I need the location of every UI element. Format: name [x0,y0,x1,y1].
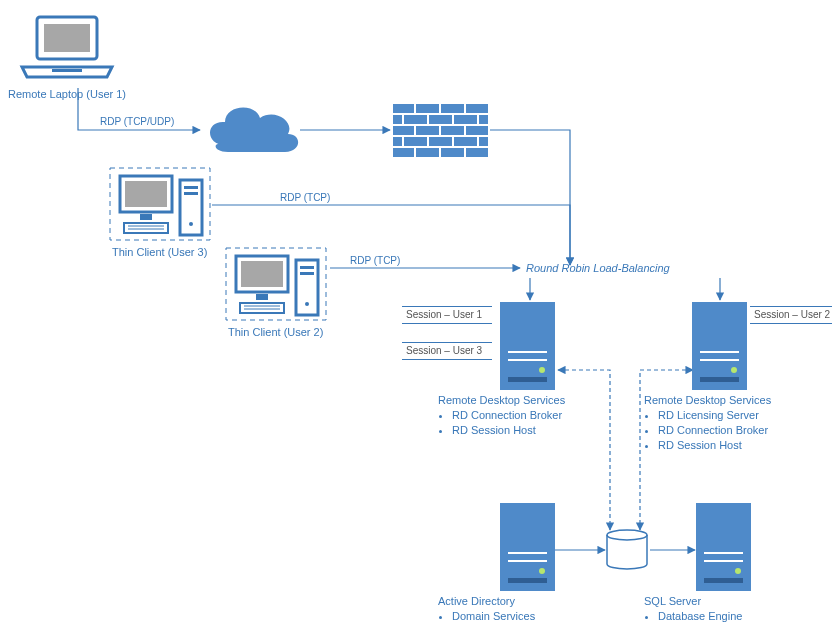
svg-rect-63 [508,578,547,583]
svg-rect-29 [125,181,167,207]
rds-left-item: RD Connection Broker [452,408,618,423]
diagram-canvas: Remote Laptop (User 1) Thin Client (User… [0,0,832,633]
edge-rdp-tcpudp: RDP (TCP/UDP) [100,116,174,127]
sql-title: SQL Server [644,595,824,607]
server-sql-icon [696,503,751,591]
rds-left-list: RD Connection Broker RD Session Host [438,408,618,438]
session-user1: Session – User 1 [402,306,492,324]
cloud-icon [210,107,298,152]
rds-right-item: RD Session Host [658,438,824,453]
svg-rect-58 [700,377,739,382]
svg-point-67 [735,568,741,574]
svg-rect-1 [44,24,90,52]
svg-rect-47 [300,272,314,275]
server-ad-icon [500,503,555,591]
edge-rdp-tcp-b: RDP (TCP) [350,255,400,266]
thin-client-2-icon [226,248,326,320]
svg-point-69 [607,530,647,540]
server-rds-left-icon [500,302,555,390]
svg-rect-41 [256,294,268,300]
svg-rect-49 [500,302,555,390]
svg-rect-68 [704,578,743,583]
svg-rect-53 [508,377,547,382]
laptop-label: Remote Laptop (User 1) [8,88,126,100]
sql-block: SQL Server Database Engine [644,595,824,624]
ad-title: Active Directory [438,595,618,607]
laptop-icon [22,17,112,77]
svg-rect-35 [184,186,198,189]
rds-right-item: RD Licensing Server [658,408,824,423]
svg-rect-2 [52,69,82,72]
svg-point-57 [731,367,737,373]
svg-rect-42 [240,303,284,313]
ad-block: Active Directory Domain Services [438,595,618,624]
svg-rect-59 [500,503,555,591]
server-rds-right-icon [692,302,747,390]
svg-rect-46 [300,266,314,269]
thin2-label: Thin Client (User 2) [228,326,323,338]
ad-list: Domain Services [438,609,618,624]
rds-right-item: RD Connection Broker [658,423,824,438]
firewall-icon [393,103,488,158]
svg-rect-40 [241,261,283,287]
ad-item: Domain Services [452,609,618,624]
session-user3: Session – User 3 [402,342,492,360]
rds-left-title: Remote Desktop Services [438,394,618,406]
sql-list: Database Engine [644,609,824,624]
rds-left-item: RD Session Host [452,423,618,438]
session-user2: Session – User 2 [750,306,832,324]
svg-rect-36 [184,192,198,195]
rds-right-block: Remote Desktop Services RD Licensing Ser… [644,394,824,453]
svg-point-37 [189,222,193,226]
database-icon [607,530,647,569]
edge-rdp-tcp-a: RDP (TCP) [280,192,330,203]
svg-rect-30 [140,214,152,220]
svg-rect-54 [692,302,747,390]
load-balancing-label: Round Robin Load-Balancing [526,262,670,274]
rds-left-block: Remote Desktop Services RD Connection Br… [438,394,618,438]
rds-right-title: Remote Desktop Services [644,394,824,406]
rds-right-list: RD Licensing Server RD Connection Broker… [644,408,824,453]
sql-item: Database Engine [658,609,824,624]
svg-rect-31 [124,223,168,233]
svg-point-52 [539,367,545,373]
svg-rect-64 [696,503,751,591]
thin-client-3-icon [110,168,210,240]
svg-point-62 [539,568,545,574]
svg-point-48 [305,302,309,306]
thin3-label: Thin Client (User 3) [112,246,207,258]
